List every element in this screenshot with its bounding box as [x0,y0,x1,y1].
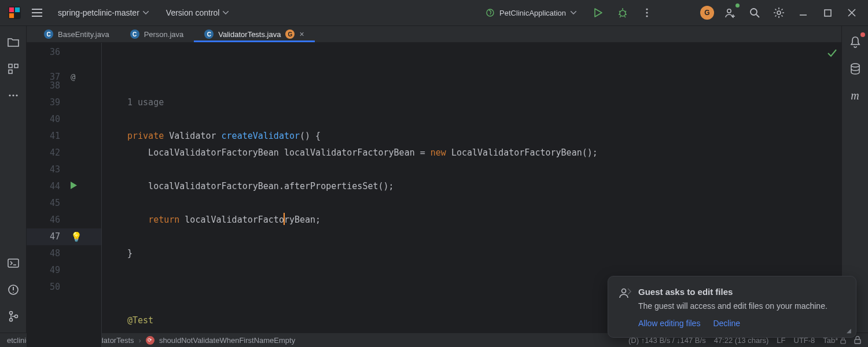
tab-validatortests[interactable]: C ValidatorTests.java G × [194,26,314,42]
guest-badge: G [285,29,295,39]
java-class-icon: C [204,29,214,39]
java-class-icon: C [44,29,53,39]
guest-edit-request-popup: Guest asks to edit files The guest will … [608,276,856,338]
terminal-toolwindow-button[interactable] [5,255,21,271]
svg-rect-3 [9,13,14,18]
svg-rect-29 [841,340,845,344]
run-test-gutter-icon[interactable] [71,178,77,195]
main-menu-button[interactable] [29,5,45,21]
database-toolwindow-button[interactable] [847,61,863,77]
popup-body: The guest will access and edit files on … [638,300,844,312]
tab-baseentity[interactable]: C BaseEntity.java [34,26,120,42]
run-button[interactable] [590,5,606,21]
debug-button[interactable] [615,5,631,21]
svg-point-17 [12,94,14,96]
settings-button[interactable] [771,5,787,21]
usages-inlay[interactable]: 1 usage [127,97,164,108]
maven-toolwindow-button[interactable]: m [847,87,863,104]
run-config-selector[interactable]: PetClinicApplication [480,6,582,20]
close-tab-icon[interactable]: × [299,29,304,39]
intention-bulb-icon[interactable]: 💡 [71,228,82,245]
svg-point-6 [646,8,648,10]
ide-logo [8,6,21,19]
search-button[interactable] [746,5,763,21]
svg-point-28 [622,289,626,293]
git-toolwindow-button[interactable] [5,308,21,324]
svg-point-23 [14,315,17,318]
notifications-button[interactable] [847,34,863,50]
svg-point-7 [646,12,648,13]
svg-point-18 [16,94,17,96]
svg-point-8 [646,15,648,17]
tab-label: Person.java [144,30,184,39]
svg-rect-14 [14,64,18,68]
svg-point-11 [777,11,781,14]
title-bar: spring-petclinic-master Version control … [0,0,868,26]
svg-rect-13 [9,64,12,68]
project-selector[interactable]: spring-petclinic-master [53,6,153,20]
gutter: 36 37@ 38 39 40 41 42 43 44 45 46 47💡 48… [27,43,102,347]
svg-rect-1 [9,8,14,12]
readonly-toggle[interactable] [854,336,861,344]
guest-icon [619,287,631,301]
user-avatar[interactable]: G [700,6,714,20]
tab-person[interactable]: C Person.java [120,26,194,42]
tab-label: ValidatorTests.java [218,30,281,39]
allow-editing-link[interactable]: Allow editing files [638,319,700,328]
svg-rect-12 [825,10,831,16]
project-name: spring-petclinic-master [58,8,139,17]
problems-toolwindow-button[interactable] [5,282,21,298]
popup-title: Guest asks to edit files [638,287,844,297]
more-toolwindows-button[interactable] [5,87,21,104]
vcs-label: Version control [166,8,220,17]
close-window-button[interactable] [844,5,860,21]
code-with-me-button[interactable] [722,5,738,21]
tab-list-button[interactable] [823,26,841,42]
svg-point-10 [751,9,757,15]
left-toolwindow-strip [0,26,27,333]
svg-rect-30 [855,339,860,344]
maximize-button[interactable] [819,5,836,21]
svg-point-9 [727,9,731,13]
minimize-button[interactable] [795,5,811,21]
svg-point-27 [851,64,859,67]
run-config-name: PetClinicApplication [499,9,566,17]
project-toolwindow-button[interactable] [5,34,21,50]
resize-grip-icon[interactable]: ◢ [847,327,851,334]
spring-icon [486,8,495,17]
svg-point-16 [9,94,10,96]
tab-label: BaseEntity.java [58,30,109,39]
svg-rect-15 [9,70,12,73]
vcs-selector[interactable]: Version control [161,6,234,20]
java-class-icon: C [130,29,139,39]
svg-point-21 [9,312,12,315]
more-actions-button[interactable] [639,5,655,21]
svg-rect-19 [8,259,19,267]
svg-rect-2 [15,8,20,12]
svg-point-5 [620,10,626,16]
decline-link[interactable]: Decline [713,319,740,328]
svg-point-22 [9,319,12,322]
editor-tabs: C BaseEntity.java C Person.java C Valida… [27,26,841,43]
structure-toolwindow-button[interactable] [5,61,21,77]
